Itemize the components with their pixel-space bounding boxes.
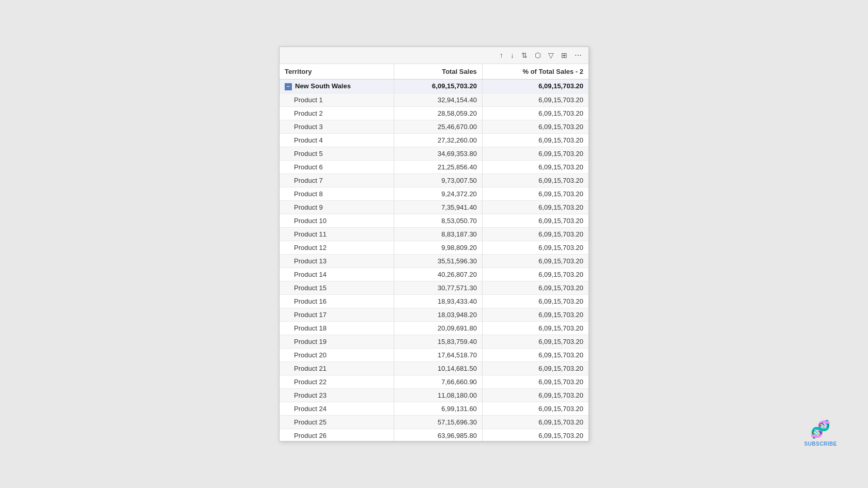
table-row[interactable]: Product 21 10,14,681.50 6,09,15,703.20	[280, 361, 588, 375]
product-pct-total-sales: 6,09,15,703.20	[482, 415, 588, 429]
group-row[interactable]: −New South Wales 6,09,15,703.20 6,09,15,…	[280, 80, 588, 93]
col-total-sales[interactable]: Total Sales	[394, 64, 482, 80]
product-pct-total-sales: 6,09,15,703.20	[482, 200, 588, 214]
product-name: Product 10	[280, 214, 394, 227]
col-pct-total-sales[interactable]: % of Total Sales - 2	[482, 64, 588, 80]
product-total-sales: 27,32,260.00	[394, 133, 482, 147]
product-pct-total-sales: 6,09,15,703.20	[482, 93, 588, 106]
table-row[interactable]: Product 19 15,83,759.40 6,09,15,703.20	[280, 335, 588, 348]
product-name: Product 5	[280, 147, 394, 160]
product-name: Product 6	[280, 160, 394, 174]
product-total-sales: 28,58,059.20	[394, 106, 482, 120]
table-row[interactable]: Product 22 7,66,660.90 6,09,15,703.20	[280, 375, 588, 388]
table-row[interactable]: Product 14 40,26,807.20 6,09,15,703.20	[280, 267, 588, 281]
product-pct-total-sales: 6,09,15,703.20	[482, 133, 588, 147]
product-pct-total-sales: 6,09,15,703.20	[482, 214, 588, 227]
table-row[interactable]: Product 9 7,35,941.40 6,09,15,703.20	[280, 200, 588, 214]
scroll-area[interactable]: Territory Total Sales % of Total Sales -…	[280, 64, 588, 441]
filter-icon[interactable]: ▽	[547, 50, 555, 60]
product-pct-total-sales: 6,09,15,703.20	[482, 402, 588, 415]
table-row[interactable]: Product 16 18,93,433.40 6,09,15,703.20	[280, 294, 588, 308]
sort-asc-icon[interactable]: ↑	[498, 50, 505, 60]
product-pct-total-sales: 6,09,15,703.20	[482, 308, 588, 321]
product-name: Product 11	[280, 227, 394, 241]
table-row[interactable]: Product 7 9,73,007.50 6,09,15,703.20	[280, 174, 588, 187]
product-name: Product 20	[280, 348, 394, 361]
table-row[interactable]: Product 3 25,46,670.00 6,09,15,703.20	[280, 120, 588, 133]
collapse-icon[interactable]: −	[285, 83, 292, 90]
product-total-sales: 32,94,154.40	[394, 93, 482, 106]
table-row[interactable]: Product 23 11,08,180.00 6,09,15,703.20	[280, 388, 588, 402]
table-row[interactable]: Product 25 57,15,696.30 6,09,15,703.20	[280, 415, 588, 429]
product-name: Product 9	[280, 200, 394, 214]
product-name: Product 24	[280, 402, 394, 415]
subscribe-badge[interactable]: 🧬 SUBSCRIBE	[804, 419, 837, 447]
table-row[interactable]: Product 4 27,32,260.00 6,09,15,703.20	[280, 133, 588, 147]
product-total-sales: 30,77,571.30	[394, 281, 482, 294]
sort-desc-icon[interactable]: ↓	[509, 50, 516, 60]
table-row[interactable]: Product 10 8,53,050.70 6,09,15,703.20	[280, 214, 588, 227]
product-total-sales: 15,83,759.40	[394, 335, 482, 348]
sort-both-icon[interactable]: ⇅	[520, 50, 529, 60]
product-pct-total-sales: 6,09,15,703.20	[482, 294, 588, 308]
product-name: Product 16	[280, 294, 394, 308]
dna-icon: 🧬	[810, 419, 831, 439]
product-name: Product 23	[280, 388, 394, 402]
table-row[interactable]: Product 5 34,69,353.80 6,09,15,703.20	[280, 147, 588, 160]
product-total-sales: 17,64,518.70	[394, 348, 482, 361]
table-row[interactable]: Product 18 20,09,691.80 6,09,15,703.20	[280, 321, 588, 335]
subscribe-label: SUBSCRIBE	[804, 441, 837, 447]
expand-icon[interactable]: ⬡	[533, 50, 542, 60]
table-row[interactable]: Product 2 28,58,059.20 6,09,15,703.20	[280, 106, 588, 120]
table-row[interactable]: Product 13 35,51,596.30 6,09,15,703.20	[280, 254, 588, 267]
product-total-sales: 40,26,807.20	[394, 267, 482, 281]
product-name: Product 25	[280, 415, 394, 429]
product-name: Product 4	[280, 133, 394, 147]
product-pct-total-sales: 6,09,15,703.20	[482, 429, 588, 441]
product-pct-total-sales: 6,09,15,703.20	[482, 227, 588, 241]
product-pct-total-sales: 6,09,15,703.20	[482, 348, 588, 361]
table-row[interactable]: Product 24 6,99,131.60 6,09,15,703.20	[280, 402, 588, 415]
product-total-sales: 8,83,187.30	[394, 227, 482, 241]
group-total-sales: 6,09,15,703.20	[394, 80, 482, 93]
product-total-sales: 21,25,856.40	[394, 160, 482, 174]
product-name: Product 21	[280, 361, 394, 375]
product-total-sales: 6,99,131.60	[394, 402, 482, 415]
product-total-sales: 63,96,985.80	[394, 429, 482, 441]
product-total-sales: 11,08,180.00	[394, 388, 482, 402]
table-row[interactable]: Product 6 21,25,856.40 6,09,15,703.20	[280, 160, 588, 174]
product-name: Product 26	[280, 429, 394, 441]
table-row[interactable]: Product 11 8,83,187.30 6,09,15,703.20	[280, 227, 588, 241]
product-pct-total-sales: 6,09,15,703.20	[482, 160, 588, 174]
product-pct-total-sales: 6,09,15,703.20	[482, 174, 588, 187]
more-icon[interactable]: ⋯	[573, 50, 583, 60]
product-total-sales: 8,53,050.70	[394, 214, 482, 227]
product-total-sales: 9,24,372.20	[394, 187, 482, 200]
table-row[interactable]: Product 17 18,03,948.20 6,09,15,703.20	[280, 308, 588, 321]
table-row[interactable]: Product 12 9,98,809.20 6,09,15,703.20	[280, 241, 588, 254]
table-header-row: Territory Total Sales % of Total Sales -…	[280, 64, 588, 80]
table-row[interactable]: Product 15 30,77,571.30 6,09,15,703.20	[280, 281, 588, 294]
toolbar: ↑ ↓ ⇅ ⬡ ▽ ⊞ ⋯	[280, 47, 588, 64]
product-pct-total-sales: 6,09,15,703.20	[482, 335, 588, 348]
product-total-sales: 57,15,696.30	[394, 415, 482, 429]
table-row[interactable]: Product 26 63,96,985.80 6,09,15,703.20	[280, 429, 588, 441]
export-icon[interactable]: ⊞	[560, 50, 569, 60]
product-pct-total-sales: 6,09,15,703.20	[482, 321, 588, 335]
product-total-sales: 9,73,007.50	[394, 174, 482, 187]
product-total-sales: 18,93,433.40	[394, 294, 482, 308]
table-row[interactable]: Product 1 32,94,154.40 6,09,15,703.20	[280, 93, 588, 106]
table-row[interactable]: Product 8 9,24,372.20 6,09,15,703.20	[280, 187, 588, 200]
product-total-sales: 18,03,948.20	[394, 308, 482, 321]
product-name: Product 15	[280, 281, 394, 294]
product-name: Product 8	[280, 187, 394, 200]
group-territory: −New South Wales	[280, 80, 394, 93]
table-row[interactable]: Product 20 17,64,518.70 6,09,15,703.20	[280, 348, 588, 361]
product-total-sales: 10,14,681.50	[394, 361, 482, 375]
product-total-sales: 9,98,809.20	[394, 241, 482, 254]
table-container: ↑ ↓ ⇅ ⬡ ▽ ⊞ ⋯ Territory Total Sales % of…	[279, 46, 589, 442]
product-name: Product 17	[280, 308, 394, 321]
col-territory[interactable]: Territory	[280, 64, 394, 80]
product-pct-total-sales: 6,09,15,703.20	[482, 254, 588, 267]
group-pct-total-sales: 6,09,15,703.20	[482, 80, 588, 93]
